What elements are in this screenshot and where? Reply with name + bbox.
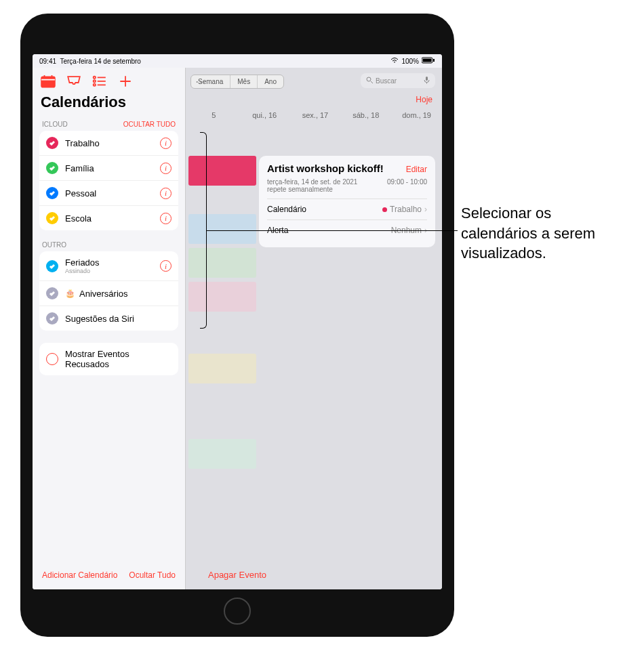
svg-rect-6	[41, 77, 55, 87]
calendar-label: Sugestões da Siri	[65, 314, 172, 324]
svg-point-14	[94, 84, 96, 86]
event-block[interactable]	[188, 282, 256, 312]
checkmark-icon[interactable]	[46, 212, 58, 224]
today-button[interactable]: Hoje	[416, 95, 432, 111]
dot-icon	[382, 207, 387, 212]
ipad-frame: 09:41 Terça-feira 14 de setembro 100% ⋯ …	[20, 14, 454, 637]
inbox-icon[interactable]	[66, 75, 81, 88]
calendar-label: Aniversários	[79, 289, 172, 299]
checkmark-icon[interactable]	[46, 162, 58, 174]
svg-point-10	[94, 77, 96, 79]
day-header: qui., 16	[239, 111, 290, 131]
seg-month[interactable]: Mês	[230, 75, 258, 88]
calendar-icon[interactable]	[41, 75, 56, 88]
calendars-sidebar: Calendários ICLOUD OCULTAR TUDO Trabalho…	[33, 68, 186, 589]
calendar-label: Pessoal	[65, 188, 153, 198]
status-bar: 09:41 Terça-feira 14 de setembro 100%	[33, 54, 442, 68]
battery-pct: 100%	[401, 58, 419, 65]
calendar-label: Família	[65, 163, 153, 173]
info-icon[interactable]: i	[160, 138, 172, 149]
screen: 09:41 Terça-feira 14 de setembro 100% ⋯ …	[33, 54, 442, 589]
cake-icon: 🎂	[65, 289, 75, 298]
main-area: ⋯ Semana Mês Ano Buscar	[33, 68, 442, 589]
checkmark-icon[interactable]	[46, 187, 58, 199]
event-detail-panel: Artist workshop kickoff! Editar terça-fe…	[259, 156, 435, 247]
checkmark-icon[interactable]	[46, 287, 58, 299]
show-refused-row[interactable]: Mostrar Eventos Recusados	[39, 343, 178, 375]
calendar-item-escola[interactable]: Escola i	[39, 206, 178, 230]
calendar-label: Trabalho	[65, 138, 153, 148]
home-button[interactable]	[224, 598, 251, 625]
calendar-item-aniversarios[interactable]: 🎂 Aniversários	[39, 281, 178, 306]
status-time: 09:41 Terça-feira 14 de setembro	[39, 58, 141, 65]
mic-icon[interactable]	[424, 76, 430, 85]
checkmark-icon[interactable]	[46, 260, 58, 272]
checkmark-icon[interactable]	[46, 137, 58, 149]
event-title: Artist workshop kickoff!	[267, 163, 384, 174]
ellipsis-icon[interactable]: ⋯	[195, 75, 206, 88]
event-time: 09:00 - 10:00	[387, 178, 427, 186]
svg-point-12	[94, 80, 96, 82]
refused-list: Mostrar Eventos Recusados	[39, 343, 178, 375]
hide-all-button[interactable]: Ocultar Tudo	[129, 570, 176, 580]
sidebar-footer: Adicionar Calendário Ocultar Tudo	[33, 561, 185, 589]
hide-all-link[interactable]: OCULTAR TUDO	[123, 121, 176, 128]
event-block[interactable]	[188, 156, 256, 186]
event-block[interactable]	[188, 248, 256, 278]
edit-button[interactable]: Editar	[406, 165, 427, 174]
chevron-right-icon: ›	[424, 205, 427, 214]
annotation-line	[207, 230, 458, 231]
info-icon[interactable]: i	[160, 260, 172, 272]
day-header: 5	[188, 111, 239, 131]
annotation-text: Selecionar os calendários a serem visual…	[461, 203, 630, 264]
add-icon[interactable]	[118, 75, 133, 88]
calendar-label: Escola	[65, 213, 153, 224]
battery-icon	[422, 57, 435, 65]
search-placeholder: Buscar	[376, 77, 397, 85]
wifi-icon	[390, 57, 399, 65]
svg-rect-2	[433, 59, 435, 62]
event-calendar-row[interactable]: Calendário Trabalho›	[267, 198, 427, 219]
delete-event-button[interactable]: Apagar Evento	[208, 570, 266, 580]
radio-icon[interactable]	[46, 353, 58, 365]
event-date: terça-feira, 14 de set. de 2021	[267, 178, 357, 186]
icloud-header: ICLOUD	[42, 121, 68, 128]
day-header: sex., 17	[290, 111, 341, 131]
list-icon[interactable]	[92, 75, 107, 88]
search-input[interactable]: Buscar	[361, 73, 435, 88]
annotation-bracket	[200, 132, 207, 329]
checkmark-icon[interactable]	[46, 312, 58, 324]
event-cal-label: Calendário	[267, 205, 306, 214]
calendar-item-feriados[interactable]: Feriados Assinado i	[39, 251, 178, 281]
svg-line-4	[371, 81, 373, 83]
icloud-list: Trabalho i Família i Pessoal i	[39, 131, 178, 230]
svg-rect-1	[423, 59, 432, 62]
event-block[interactable]	[188, 214, 256, 244]
calendar-item-siri[interactable]: Sugestões da Siri	[39, 306, 178, 331]
event-block[interactable]	[188, 354, 256, 383]
search-icon	[366, 77, 373, 85]
day-header: sáb., 18	[340, 111, 391, 131]
info-icon[interactable]: i	[160, 163, 172, 174]
calendar-label: Feriados Assinado	[65, 257, 153, 274]
info-icon[interactable]: i	[160, 188, 172, 199]
calendar-item-pessoal[interactable]: Pessoal i	[39, 181, 178, 206]
seg-year[interactable]: Ano	[258, 75, 283, 88]
svg-point-3	[367, 77, 371, 81]
day-header: dom., 19	[391, 111, 442, 131]
add-calendar-button[interactable]: Adicionar Calendário	[42, 570, 117, 580]
other-header: OUTRO	[42, 241, 66, 249]
status-right: 100%	[390, 57, 435, 65]
svg-rect-5	[426, 77, 428, 81]
event-cal-value: Trabalho	[390, 205, 422, 214]
sidebar-title: Calendários	[33, 92, 185, 117]
event-blocks	[188, 156, 256, 469]
event-block[interactable]	[188, 439, 256, 469]
calendar-item-familia[interactable]: Família i	[39, 156, 178, 181]
calendar-item-trabalho[interactable]: Trabalho i	[39, 131, 178, 156]
event-repeat: repete semanalmente	[267, 186, 333, 193]
sidebar-toolbar	[33, 72, 185, 92]
other-list: Feriados Assinado i 🎂 Aniversários Suges…	[39, 251, 178, 331]
show-refused-label: Mostrar Eventos Recusados	[65, 349, 172, 369]
info-icon[interactable]: i	[160, 213, 172, 224]
